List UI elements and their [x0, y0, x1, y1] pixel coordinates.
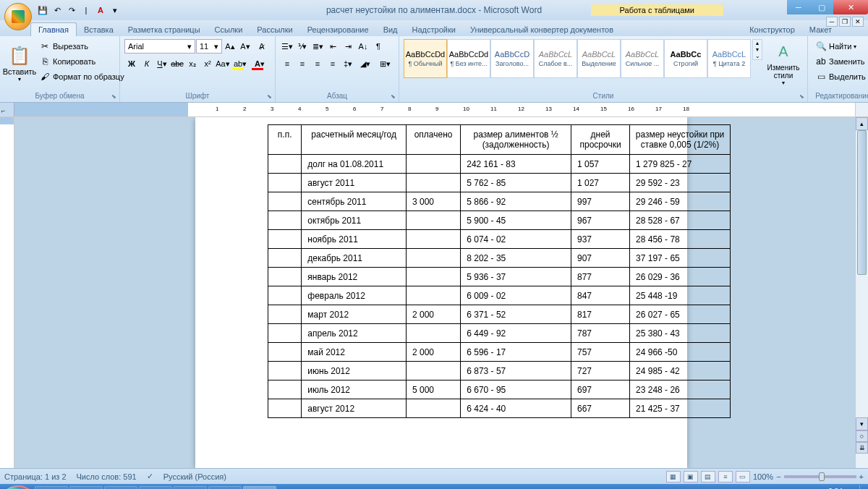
tab-table-design[interactable]: Конструктор	[742, 23, 802, 36]
italic-button[interactable]: К	[140, 56, 154, 71]
table-row[interactable]: август 20115 762 - 851 02729 592 - 23	[268, 174, 731, 192]
document-viewport[interactable]: п.п. расчетный месяц/год оплачено размер…	[14, 117, 868, 468]
find-button[interactable]: 🔍Найти▾	[812, 39, 868, 54]
horizontal-ruler[interactable]: ⌐ 123456789101112131415161718	[0, 103, 868, 117]
tab-home[interactable]: Главная	[30, 22, 77, 36]
style-item[interactable]: AaBbCcL¶ Цитата 2	[707, 39, 751, 78]
show-marks-button[interactable]: ¶	[371, 39, 386, 54]
strikethrough-button[interactable]: abc	[170, 56, 184, 71]
table-row[interactable]: сентябрь 20113 0005 866 - 9299729 246 - …	[268, 192, 731, 211]
table-row[interactable]: март 20122 0006 371 - 5281726 027 - 65	[268, 305, 731, 324]
status-proofing-icon[interactable]: ✓	[147, 472, 153, 481]
styles-up[interactable]: ▴	[753, 40, 762, 46]
tab-insert[interactable]: Вставка	[77, 23, 121, 36]
view-print-layout[interactable]: ▦	[666, 471, 681, 482]
table-row[interactable]: ноябрь 20116 074 - 0293728 456 - 78	[268, 230, 731, 249]
shrink-font-button[interactable]: A▾	[238, 39, 252, 54]
zoom-out-button[interactable]: −	[776, 472, 780, 481]
taskbar-word[interactable]: 📘	[243, 486, 276, 489]
borders-button[interactable]: ⊞▾	[375, 56, 394, 71]
style-item[interactable]: AaBbCcLСильное ...	[621, 39, 664, 78]
clipboard-launcher[interactable]: ⬊	[109, 92, 118, 101]
zoom-in-button[interactable]: +	[859, 472, 864, 481]
status-language[interactable]: Русский (Россия)	[163, 472, 226, 481]
table-row[interactable]: май 20122 0006 596 - 1775724 966 -50	[268, 343, 731, 362]
superscript-button[interactable]: x²	[200, 56, 215, 71]
bullets-button[interactable]: ☰▾	[280, 39, 294, 54]
table-row[interactable]: апрель 20126 449 - 9278725 380 - 43	[268, 324, 731, 343]
tab-addins[interactable]: Надстройки	[405, 23, 463, 36]
font-name-select[interactable]: Arial▾	[124, 39, 195, 54]
browse-object-button[interactable]: ○	[856, 430, 868, 442]
data-table[interactable]: п.п. расчетный месяц/год оплачено размер…	[268, 124, 731, 418]
font-launcher[interactable]: ⬊	[265, 92, 273, 101]
underline-button[interactable]: Ч▾	[155, 56, 169, 71]
view-outline[interactable]: ≡	[718, 471, 733, 482]
indent-inc-button[interactable]: ⇥	[341, 39, 355, 54]
taskbar-chrome[interactable]: 🟡	[208, 486, 242, 489]
table-row[interactable]: долг на 01.08.2011242 161 - 831 0571 279…	[268, 155, 731, 174]
status-words[interactable]: Число слов: 591	[77, 472, 137, 481]
next-page-button[interactable]: ⇊	[856, 442, 868, 454]
vertical-scrollbar[interactable]: ▴ ⇈ ○ ⇊ ▾	[855, 117, 868, 468]
table-row[interactable]: июнь 20126 873 - 5772724 985 - 42	[268, 362, 731, 380]
tab-mailings[interactable]: Рассылки	[250, 23, 299, 36]
zoom-level[interactable]: 100%	[753, 472, 773, 481]
table-row[interactable]: октябрь 20115 900 - 4596728 528 - 67	[268, 211, 731, 230]
change-case-button[interactable]: Aa▾	[216, 56, 230, 71]
scroll-thumb[interactable]	[857, 130, 867, 275]
grow-font-button[interactable]: A▴	[223, 39, 237, 54]
tab-converter[interactable]: Универсальный конвертер документов	[463, 23, 621, 36]
close-button[interactable]: ✕	[833, 0, 868, 14]
redo-button[interactable]: ↷	[65, 4, 78, 17]
align-center-button[interactable]: ≡	[295, 56, 310, 71]
tab-references[interactable]: Ссылки	[208, 23, 250, 36]
align-right-button[interactable]: ≡	[310, 56, 325, 71]
show-desktop-button[interactable]	[859, 485, 865, 489]
style-item[interactable]: AaBbCcDЗаголово...	[490, 39, 534, 78]
table-row[interactable]: январь 20125 936 - 3787726 029 - 36	[268, 268, 731, 286]
scroll-down-button[interactable]: ▾	[856, 417, 868, 430]
save-button[interactable]: 💾	[36, 4, 49, 17]
office-button[interactable]	[4, 3, 32, 30]
style-item[interactable]: AaBbCcСтрогий	[664, 39, 707, 78]
taskbar-explorer[interactable]: 📁	[69, 486, 103, 489]
doc-minimize[interactable]: ─	[826, 17, 838, 27]
view-draft[interactable]: ▭	[736, 471, 750, 482]
style-item[interactable]: AaBbCcLВыделение	[577, 39, 621, 78]
maximize-button[interactable]: ▢	[810, 0, 833, 14]
view-full-screen[interactable]: ▣	[684, 471, 698, 482]
style-item[interactable]: AaBbCcDd¶ Обычный	[404, 39, 447, 78]
style-item[interactable]: AaBbCcDd¶ Без инте...	[447, 39, 490, 78]
line-spacing-button[interactable]: ‡▾	[341, 56, 355, 71]
table-row[interactable]: февраль 20126 009 - 0284725 448 -19	[268, 286, 731, 305]
indent-dec-button[interactable]: ⇤	[326, 39, 340, 54]
justify-button[interactable]: ≡	[326, 56, 340, 71]
font-color-button[interactable]: A▾	[250, 56, 269, 71]
tab-page-layout[interactable]: Разметка страницы	[121, 23, 208, 36]
qat-dropdown[interactable]: ▾	[109, 4, 122, 17]
style-item[interactable]: AaBbCcLСлабое в...	[534, 39, 577, 78]
align-left-button[interactable]: ≡	[280, 56, 294, 71]
undo-button[interactable]: ↶	[51, 4, 64, 17]
font-size-select[interactable]: 11▾	[196, 39, 222, 54]
numbering-button[interactable]: ⅟▾	[295, 39, 310, 54]
table-row[interactable]: август 20126 424 - 4066721 425 - 37	[268, 399, 731, 418]
cut-button[interactable]: ✂Вырезать	[36, 39, 127, 54]
paste-button[interactable]: 📋 Вставить ▾	[4, 39, 35, 87]
taskbar-app2[interactable]: 🔶	[139, 486, 172, 489]
tab-review[interactable]: Рецензирование	[300, 23, 376, 36]
multilevel-button[interactable]: ≣▾	[310, 39, 325, 54]
minimize-button[interactable]: ─	[787, 0, 810, 14]
tab-view[interactable]: Вид	[376, 23, 405, 36]
zoom-slider[interactable]	[784, 475, 856, 478]
clear-format-button[interactable]: A̷	[253, 39, 271, 54]
styles-more[interactable]: ⌄	[753, 53, 762, 59]
vertical-ruler[interactable]	[0, 117, 14, 468]
replace-button[interactable]: abЗаменить	[812, 54, 868, 69]
taskbar-yandex[interactable]: 🔴	[174, 486, 207, 489]
subscript-button[interactable]: x₂	[185, 56, 200, 71]
taskbar-ie[interactable]: 🌐	[35, 486, 68, 489]
change-styles-button[interactable]: A Изменить стили ▾	[764, 39, 803, 87]
sort-button[interactable]: A↓	[356, 39, 370, 54]
